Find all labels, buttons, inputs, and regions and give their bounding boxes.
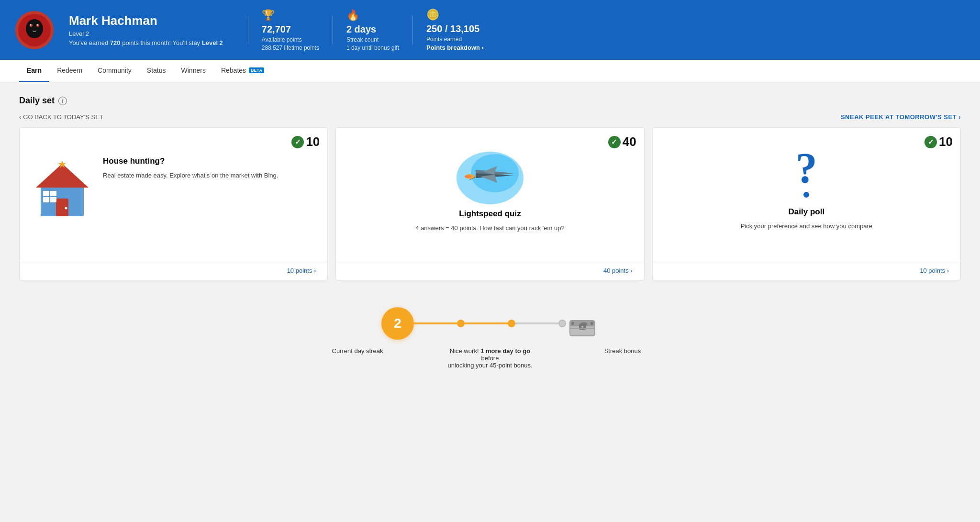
card-1-score: ✓ 10 <box>291 134 320 149</box>
card-1-link[interactable]: 10 points › <box>31 267 316 274</box>
flame-icon: 🔥 <box>346 9 399 22</box>
streak-current-label: Current day streak <box>326 347 389 355</box>
card-3-title: Daily poll <box>789 207 825 217</box>
streak-sub: 1 day until bonus gift <box>346 44 399 51</box>
streak-bonus-label: Streak bonus <box>591 347 654 355</box>
cards-row: ✓ 10 <box>19 127 961 280</box>
streak-dot-1 <box>457 320 465 327</box>
card-3-body: ? Daily poll Pick your preference and se… <box>653 128 960 261</box>
streak-line-3 <box>515 322 558 324</box>
stat-streak: 🔥 2 days Streak count 1 day until bonus … <box>333 9 412 51</box>
sneak-peek-button[interactable]: SNEAK PEEK AT TOMORROW'S SET › <box>841 113 961 121</box>
card-3-desc: Pick your preference and see how you com… <box>741 222 872 231</box>
nav-earn[interactable]: Earn <box>19 60 49 82</box>
card-2-link[interactable]: 40 points › <box>347 267 632 274</box>
svg-marker-9 <box>36 164 89 188</box>
card-1-title: House hunting? <box>103 156 316 166</box>
card-3-score: ✓ 10 <box>924 134 953 149</box>
header-user-info: Mark Hachman Level 2 You've earned 720 p… <box>69 13 223 46</box>
card-3-footer: 10 points › <box>653 261 960 280</box>
info-icon[interactable]: i <box>58 97 67 105</box>
available-points-value: 72,707 <box>262 24 319 35</box>
header: Mark Hachman Level 2 You've earned 720 p… <box>0 0 980 60</box>
check-icon-2: ✓ <box>608 136 621 148</box>
earned-message: You've earned 720 points this month! You… <box>69 39 223 46</box>
beta-badge: BETA <box>249 67 264 73</box>
streak-line-1 <box>414 322 457 324</box>
card-1-desc: Real estate made easy. Explore what's on… <box>103 171 316 180</box>
nav-community[interactable]: Community <box>90 60 139 82</box>
daily-set-title: Daily set i <box>19 96 67 106</box>
card-2-title: Lightspeed quiz <box>459 209 521 219</box>
user-name: Mark Hachman <box>69 13 223 28</box>
nav-winners[interactable]: Winners <box>174 60 213 82</box>
svg-point-7 <box>37 24 38 25</box>
card-1-body: House hunting? Real estate made easy. Ex… <box>20 128 327 261</box>
card-1-footer: 10 points › <box>20 261 327 280</box>
svg-point-28 <box>581 326 583 328</box>
back-chevron-icon: ‹ <box>19 113 21 121</box>
go-back-button[interactable]: ‹ GO BACK TO TODAY'S SET <box>19 113 103 121</box>
header-stats: 🏆 72,707 Available points 288,527 lifeti… <box>248 9 965 51</box>
question-mark-icon: ? <box>796 147 817 190</box>
check-icon-3: ✓ <box>924 136 937 148</box>
card-daily-poll[interactable]: ✓ 10 ? Daily poll Pick your preference a… <box>652 127 961 280</box>
svg-point-24 <box>465 175 471 178</box>
daily-set-header: Daily set i <box>19 96 961 106</box>
stat-available-points: 🏆 72,707 Available points 288,527 lifeti… <box>248 9 333 51</box>
nav-status[interactable]: Status <box>139 60 174 82</box>
card-3-link[interactable]: 10 points › <box>664 267 949 274</box>
points-earned-value: 250 / 13,105 <box>426 23 484 34</box>
check-icon-1: ✓ <box>291 136 304 148</box>
points-earned-label: Points earned <box>426 36 484 43</box>
streak-line-2 <box>465 322 508 324</box>
streak-middle-label: Nice work! 1 more day to go beforeunlock… <box>442 347 538 369</box>
avatar <box>15 11 54 49</box>
card-lightspeed-quiz[interactable]: ✓ 40 <box>335 127 644 280</box>
nav-rebates[interactable]: RebatesBETA <box>213 60 272 82</box>
streak-label: Streak count <box>346 36 399 43</box>
svg-point-1 <box>26 19 43 38</box>
forward-chevron-icon: › <box>958 113 961 121</box>
card-2-score: ✓ 40 <box>608 134 636 149</box>
streak-labels: Current day streak Nice work! 1 more day… <box>323 347 657 369</box>
streak-section: 2 <box>19 298 961 383</box>
streak-dot-3 <box>558 320 566 327</box>
available-points-label: Available points <box>262 36 319 43</box>
points-breakdown-link[interactable]: Points breakdown › <box>426 44 484 51</box>
svg-point-11 <box>65 207 67 210</box>
set-navigation: ‹ GO BACK TO TODAY'S SET SNEAK PEEK AT T… <box>19 113 961 121</box>
main-content: Daily set i ‹ GO BACK TO TODAY'S SET SNE… <box>0 82 980 397</box>
card-2-desc: 4 answers = 40 points. How fast can you … <box>415 223 564 233</box>
svg-point-29 <box>571 322 574 325</box>
streak-count-circle: 2 <box>381 307 414 340</box>
coins-icon: 🪙 <box>426 9 484 21</box>
card-1-text: House hunting? Real estate made easy. Ex… <box>103 147 316 180</box>
streak-value: 2 days <box>346 24 399 35</box>
card-house-hunting[interactable]: ✓ 10 <box>19 127 328 280</box>
house-illustration <box>31 156 93 219</box>
lifetime-points: 288,527 lifetime points <box>262 44 319 51</box>
card-2-footer: 40 points › <box>336 261 644 280</box>
streak-dot-2 <box>508 320 515 327</box>
trophy-icon: 🏆 <box>262 9 319 22</box>
user-level: Level 2 <box>69 30 223 37</box>
jet-illustration <box>452 147 528 209</box>
question-dot <box>803 192 809 198</box>
main-nav: Earn Redeem Community Status Winners Reb… <box>0 60 980 82</box>
nav-redeem[interactable]: Redeem <box>49 60 90 82</box>
stat-points-earned: 🪙 250 / 13,105 Points earned Points brea… <box>413 9 497 51</box>
svg-point-30 <box>590 322 593 325</box>
streak-track: 2 <box>381 307 599 340</box>
streak-chest-icon <box>566 307 599 340</box>
svg-point-6 <box>30 24 32 25</box>
card-2-body: Lightspeed quiz 4 answers = 40 points. H… <box>336 128 644 261</box>
